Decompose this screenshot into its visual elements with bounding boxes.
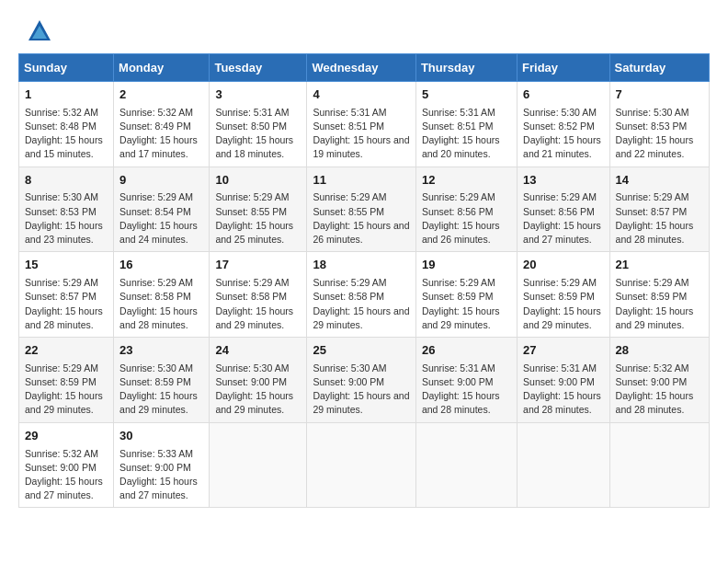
sunset-label: Sunset: 9:00 PM	[422, 376, 494, 387]
sunset-label: Sunset: 8:59 PM	[119, 376, 191, 387]
sunrise-label: Sunrise: 5:30 AM	[616, 107, 689, 118]
calendar-cell: 14Sunrise: 5:29 AMSunset: 8:57 PMDayligh…	[609, 167, 709, 252]
sunset-label: Sunset: 8:58 PM	[119, 291, 191, 302]
calendar-week-row: 8Sunrise: 5:30 AMSunset: 8:53 PMDaylight…	[19, 167, 710, 252]
day-number: 26	[422, 342, 511, 360]
calendar-cell: 10Sunrise: 5:29 AMSunset: 8:55 PMDayligh…	[210, 167, 307, 252]
weekday-header-thursday: Thursday	[415, 53, 517, 81]
weekday-header-wednesday: Wednesday	[307, 53, 415, 81]
daylight-label: Daylight: 15 hours and 28 minutes.	[25, 305, 103, 330]
day-number: 8	[25, 172, 108, 190]
day-number: 17	[215, 257, 301, 274]
daylight-label: Daylight: 15 hours and 26 minutes.	[313, 220, 409, 245]
day-number: 13	[523, 172, 604, 190]
sunset-label: Sunset: 9:00 PM	[25, 462, 97, 473]
sunset-label: Sunset: 8:53 PM	[25, 206, 97, 217]
calendar-cell: 16Sunrise: 5:29 AMSunset: 8:58 PMDayligh…	[114, 252, 210, 338]
sunset-label: Sunset: 8:57 PM	[25, 291, 97, 302]
sunrise-label: Sunrise: 5:29 AM	[25, 277, 98, 288]
day-number: 30	[119, 428, 203, 445]
day-number: 19	[422, 257, 511, 274]
sunset-label: Sunset: 8:49 PM	[119, 121, 191, 132]
day-number: 2	[119, 86, 203, 104]
calendar-cell: 8Sunrise: 5:30 AMSunset: 8:53 PMDaylight…	[19, 167, 114, 252]
daylight-label: Daylight: 15 hours and 23 minutes.	[25, 220, 103, 245]
day-number: 25	[313, 342, 409, 360]
sunset-label: Sunset: 9:00 PM	[215, 376, 287, 387]
calendar-week-row: 1Sunrise: 5:32 AMSunset: 8:48 PMDaylight…	[19, 81, 710, 167]
calendar-cell: 11Sunrise: 5:29 AMSunset: 8:55 PMDayligh…	[307, 167, 415, 252]
sunset-label: Sunset: 8:56 PM	[422, 206, 494, 217]
calendar: SundayMondayTuesdayWednesdayThursdayFrid…	[9, 53, 719, 518]
calendar-cell: 1Sunrise: 5:32 AMSunset: 8:48 PMDaylight…	[19, 81, 114, 167]
calendar-cell: 4Sunrise: 5:31 AMSunset: 8:51 PMDaylight…	[307, 81, 415, 167]
sunrise-label: Sunrise: 5:32 AM	[616, 362, 689, 373]
daylight-label: Daylight: 15 hours and 28 minutes.	[616, 390, 694, 415]
daylight-label: Daylight: 15 hours and 29 minutes.	[215, 305, 293, 330]
weekday-header-saturday: Saturday	[609, 53, 709, 81]
day-number: 23	[119, 342, 203, 360]
calendar-cell	[210, 422, 307, 508]
sunset-label: Sunset: 8:48 PM	[25, 121, 97, 132]
sunrise-label: Sunrise: 5:29 AM	[313, 277, 386, 288]
sunset-label: Sunset: 8:51 PM	[422, 121, 494, 132]
sunset-label: Sunset: 8:54 PM	[119, 206, 191, 217]
day-number: 27	[523, 342, 604, 360]
daylight-label: Daylight: 15 hours and 28 minutes.	[616, 220, 694, 245]
sunrise-label: Sunrise: 5:31 AM	[422, 107, 495, 118]
day-number: 21	[616, 257, 703, 274]
calendar-cell	[307, 422, 415, 508]
sunset-label: Sunset: 9:00 PM	[523, 376, 595, 387]
sunset-label: Sunset: 9:00 PM	[313, 376, 384, 387]
day-number: 20	[523, 257, 604, 274]
sunrise-label: Sunrise: 5:31 AM	[422, 362, 495, 373]
weekday-header-sunday: Sunday	[19, 53, 114, 81]
sunset-label: Sunset: 8:52 PM	[523, 121, 595, 132]
day-number: 12	[422, 172, 511, 190]
sunrise-label: Sunrise: 5:29 AM	[313, 191, 386, 202]
calendar-cell: 6Sunrise: 5:30 AMSunset: 8:52 PMDaylight…	[518, 81, 610, 167]
day-number: 6	[523, 86, 604, 104]
daylight-label: Daylight: 15 hours and 27 minutes.	[523, 220, 601, 245]
sunrise-label: Sunrise: 5:29 AM	[215, 191, 289, 202]
sunset-label: Sunset: 8:50 PM	[215, 121, 287, 132]
daylight-label: Daylight: 15 hours and 26 minutes.	[422, 220, 500, 245]
sunrise-label: Sunrise: 5:30 AM	[119, 362, 193, 373]
sunrise-label: Sunrise: 5:31 AM	[215, 107, 289, 118]
sunrise-label: Sunrise: 5:30 AM	[215, 362, 289, 373]
daylight-label: Daylight: 15 hours and 28 minutes.	[119, 305, 198, 330]
sunrise-label: Sunrise: 5:29 AM	[215, 277, 289, 288]
calendar-cell: 21Sunrise: 5:29 AMSunset: 8:59 PMDayligh…	[609, 252, 709, 338]
day-number: 24	[215, 342, 301, 360]
daylight-label: Daylight: 15 hours and 29 minutes.	[119, 390, 198, 415]
sunset-label: Sunset: 8:59 PM	[422, 291, 494, 302]
daylight-label: Daylight: 15 hours and 29 minutes.	[313, 390, 409, 415]
logo-line1	[23, 18, 52, 49]
calendar-cell: 9Sunrise: 5:29 AMSunset: 8:54 PMDaylight…	[114, 167, 210, 252]
day-number: 5	[422, 86, 511, 104]
calendar-cell	[415, 422, 517, 508]
daylight-label: Daylight: 15 hours and 29 minutes.	[422, 305, 500, 330]
calendar-cell: 12Sunrise: 5:29 AMSunset: 8:56 PMDayligh…	[415, 167, 517, 252]
calendar-cell: 24Sunrise: 5:30 AMSunset: 9:00 PMDayligh…	[210, 337, 307, 422]
sunset-label: Sunset: 8:55 PM	[215, 206, 287, 217]
day-number: 18	[313, 257, 409, 274]
sunrise-label: Sunrise: 5:29 AM	[616, 277, 689, 288]
logo	[23, 18, 52, 49]
calendar-cell: 23Sunrise: 5:30 AMSunset: 8:59 PMDayligh…	[114, 337, 210, 422]
calendar-week-row: 22Sunrise: 5:29 AMSunset: 8:59 PMDayligh…	[19, 337, 710, 422]
sunset-label: Sunset: 8:59 PM	[616, 291, 688, 302]
daylight-label: Daylight: 15 hours and 27 minutes.	[25, 476, 103, 500]
sunset-label: Sunset: 8:56 PM	[523, 206, 595, 217]
day-number: 7	[616, 86, 703, 104]
calendar-cell: 13Sunrise: 5:29 AMSunset: 8:56 PMDayligh…	[518, 167, 610, 252]
calendar-week-row: 15Sunrise: 5:29 AMSunset: 8:57 PMDayligh…	[19, 252, 710, 338]
weekday-header-friday: Friday	[518, 53, 610, 81]
sunrise-label: Sunrise: 5:31 AM	[313, 107, 386, 118]
calendar-cell: 5Sunrise: 5:31 AMSunset: 8:51 PMDaylight…	[415, 81, 517, 167]
daylight-label: Daylight: 15 hours and 29 minutes.	[313, 305, 409, 330]
sunrise-label: Sunrise: 5:30 AM	[523, 107, 597, 118]
sunrise-label: Sunrise: 5:29 AM	[119, 191, 193, 202]
day-number: 11	[313, 172, 409, 190]
daylight-label: Daylight: 15 hours and 29 minutes.	[215, 390, 293, 415]
